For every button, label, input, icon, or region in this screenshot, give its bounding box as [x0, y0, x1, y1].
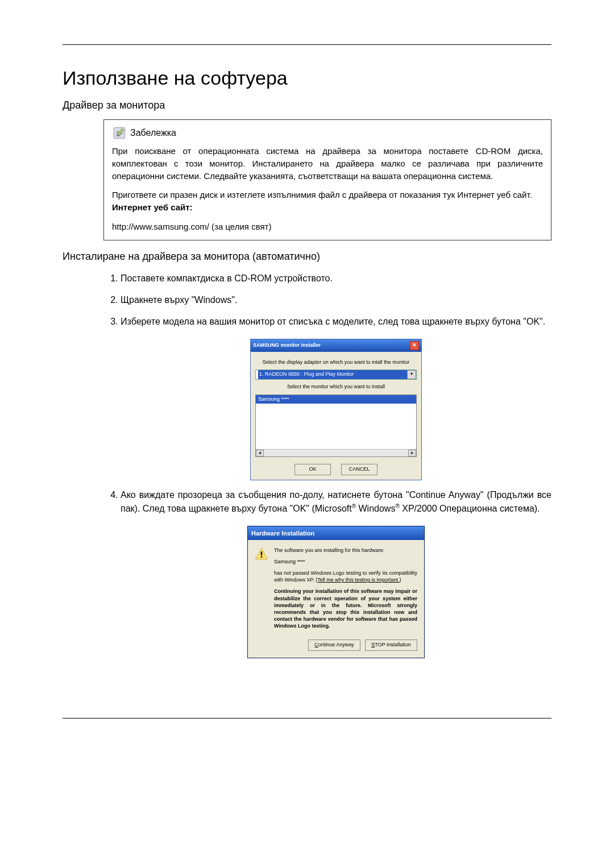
chevron-down-icon[interactable]: ▾: [407, 370, 416, 379]
samsung-dialog-title: SAMSUNG monitor installer: [253, 342, 321, 350]
samsung-installer-dialog: SAMSUNG monitor installer ✕ Select the d…: [250, 339, 422, 480]
close-icon[interactable]: ✕: [410, 341, 419, 350]
hw-dialog-title: Hardware Installation: [251, 529, 314, 538]
samsung-dialog-titlebar: SAMSUNG monitor installer ✕: [251, 339, 421, 352]
step-3-text: Изберете модела на вашия монитор от спис…: [121, 317, 545, 326]
section2-heading: Инсталиране на драйвера за монитора (авт…: [63, 251, 551, 263]
note-header: Забележка: [112, 126, 543, 140]
cancel-button[interactable]: CANCEL: [341, 464, 377, 475]
note-url: http://www.samsung.com/ (за целия свят): [112, 221, 543, 233]
note-site-label: Интернет уеб сайт:: [112, 202, 193, 212]
registered-mark: ®: [352, 503, 356, 509]
svg-rect-1: [261, 551, 262, 555]
warning-icon: [255, 547, 268, 560]
hw-p2: Samsung ****: [274, 558, 417, 565]
note-icon: [112, 126, 127, 140]
note-p2-text: Пригответе си празен диск и изтеглете из…: [112, 190, 532, 200]
continue-anyway-button[interactable]: Continue Anyway: [308, 639, 360, 651]
step-2: Щракнете върху "Windows".: [121, 293, 551, 307]
step-4-text-b: Windows: [356, 504, 395, 513]
step-4: Ако виждате прозореца за съобщения по-до…: [121, 488, 551, 659]
step-3: Изберете модела на вашия монитор от спис…: [121, 315, 551, 480]
step-1: Поставете компактдиска в CD-ROM устройст…: [121, 272, 551, 285]
svg-rect-2: [261, 556, 262, 557]
hw-p1: The software you are installing for this…: [274, 547, 417, 554]
page-title: Използване на софтуера: [63, 67, 551, 89]
rule-bottom: [63, 718, 551, 719]
registered-mark: ®: [395, 503, 399, 509]
rule-top: [63, 44, 551, 45]
step-4-text-c: XP/2000 Операционна система).: [400, 504, 540, 513]
samsung-line2: Select the monitor which you want to ins…: [255, 383, 417, 391]
section1-heading: Драйвер за монитора: [63, 99, 551, 111]
note-p2: Пригответе си празен диск и изтеглете из…: [112, 189, 543, 214]
monitor-list-item[interactable]: Samsung ****: [256, 395, 416, 404]
scroll-left-icon[interactable]: ◂: [256, 450, 264, 456]
note-p1: При поискване от операционната система н…: [112, 145, 543, 182]
adapter-dropdown[interactable]: 1. RADEON 9550 : Plug and Play Monitor ▾: [255, 369, 417, 380]
scroll-right-icon[interactable]: ▸: [408, 450, 416, 456]
hw-p4: Continuing your installation of this sof…: [274, 588, 417, 629]
horizontal-scrollbar[interactable]: ◂ ▸: [256, 449, 416, 456]
hardware-installation-dialog: Hardware Installation The software you a…: [247, 526, 425, 658]
monitor-listbox[interactable]: Samsung **** ◂ ▸: [255, 394, 417, 457]
note-label: Забележка: [130, 126, 176, 139]
steps-list: Поставете компактдиска в CD-ROM устройст…: [103, 272, 551, 659]
hw-dialog-titlebar: Hardware Installation: [248, 526, 424, 540]
note-box: Забележка При поискване от операционната…: [103, 119, 551, 240]
adapter-selected: 1. RADEON 9550 : Plug and Play Monitor: [258, 370, 407, 379]
hw-p3: has not passed Windows Logo testing to v…: [274, 570, 417, 583]
stop-installation-button[interactable]: STOP Installation: [365, 639, 417, 651]
ok-button[interactable]: OK: [294, 464, 331, 475]
hw-link[interactable]: Tell me why this testing is important.: [317, 577, 399, 583]
samsung-line1: Select the display adapter on which you …: [255, 359, 417, 367]
